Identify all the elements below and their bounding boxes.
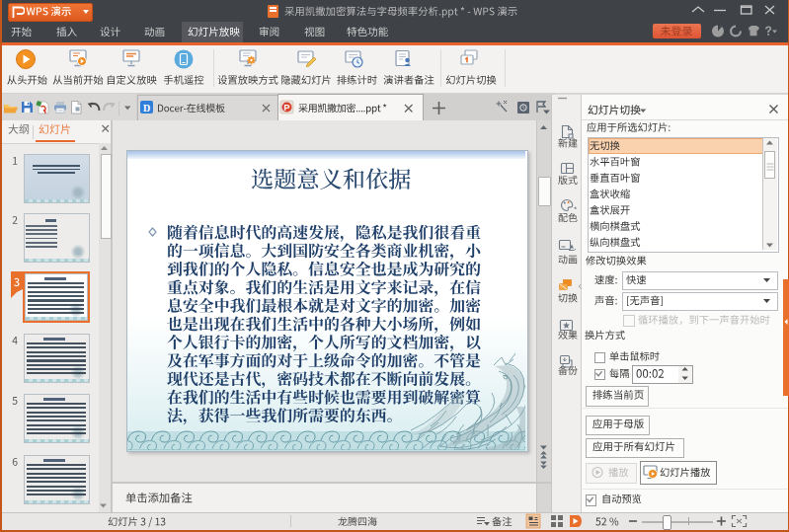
svg-text:D: D [143,103,150,114]
svg-text:P: P [283,103,289,113]
